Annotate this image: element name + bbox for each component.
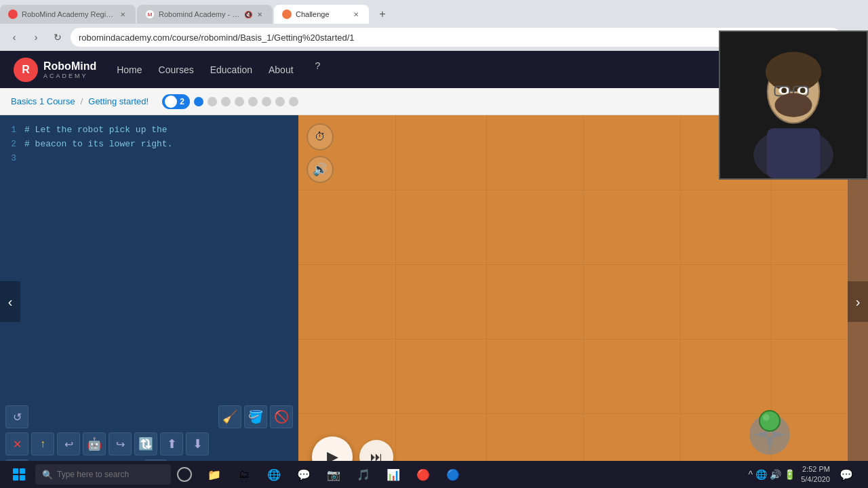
next-lesson-arrow[interactable]: › (848, 281, 868, 322)
undo-button[interactable]: ↺ (5, 405, 28, 428)
breadcrumb-lesson[interactable]: Getting started! (88, 96, 149, 106)
taskbar-app-chat[interactable]: 💬 (290, 461, 317, 488)
timer-control[interactable]: ⏱ (307, 123, 334, 150)
page-content: R RoboMind ACADEMY Home Courses Educatio… (0, 51, 868, 461)
taskbar-time-display: 2:52 PM (801, 464, 830, 474)
grid-v-4 (680, 115, 681, 461)
nav-education[interactable]: Education (210, 60, 252, 79)
svg-point-21 (763, 414, 770, 421)
taskbar-app-files[interactable]: 📁 (201, 461, 228, 488)
logo-text: RoboMind ACADEMY (43, 60, 96, 79)
taskbar-right: ^ 🌐 🔊 🔋 2:52 PM 5/4/2020 💬 (749, 464, 863, 485)
progress-dot-8[interactable] (289, 97, 298, 106)
brush-tool-1[interactable]: 🧹 (218, 405, 241, 428)
line-number-3: 3 (5, 152, 16, 166)
toggle-number: 2 (180, 97, 184, 106)
line-text-1: # Let the robot pick up the (24, 123, 167, 138)
forward-button[interactable]: › (27, 28, 45, 46)
taskbar-app-chrome[interactable]: 🔵 (439, 461, 467, 488)
progress-dot-4[interactable] (235, 97, 244, 106)
reload-button[interactable]: ↻ (49, 28, 66, 46)
svg-point-6 (781, 87, 787, 93)
nav-home[interactable]: Home (117, 60, 142, 79)
robot (739, 397, 800, 461)
taskbar-battery-icon[interactable]: 🔋 (784, 469, 795, 480)
taskbar-app-music[interactable]: 🎵 (350, 461, 377, 488)
tab-gmail[interactable]: M Robomind Academy - danielrec... 🔇 ✕ (137, 5, 273, 24)
progress-dot-7[interactable] (275, 97, 285, 106)
tab-close-3[interactable]: ✕ (351, 9, 361, 19)
code-line-3: 3 (5, 152, 293, 166)
search-icon: 🔍 (42, 470, 53, 480)
taskbar-search[interactable]: 🔍 (35, 464, 171, 485)
code-toolbar: ↺ 🧹 🪣 🚫 ✕ ↑ ↩ 🤖 ↪ 🔃 ⬆ ⬇ + (0, 400, 298, 461)
sound-control[interactable]: 🔊 (307, 156, 334, 183)
move-up-button[interactable]: ↑ (31, 432, 54, 455)
tab-label-3: Challenge (296, 10, 349, 18)
back-button[interactable]: ‹ (5, 28, 23, 46)
no-entry-tool[interactable]: 🚫 (270, 405, 293, 428)
nav-about[interactable]: About (269, 60, 294, 79)
breadcrumb-separator: / (81, 96, 83, 106)
line-number-2: 2 (5, 138, 16, 152)
code-editor[interactable]: 1 # Let the robot pick up the 2 # beacon… (0, 115, 298, 400)
taskbar-clock[interactable]: 2:52 PM 5/4/2020 (801, 464, 830, 485)
code-panel: 1 # Let the robot pick up the 2 # beacon… (0, 115, 298, 461)
taskbar-app-explorer[interactable]: 🗂 (231, 461, 258, 488)
progress-dot-5[interactable] (248, 97, 258, 106)
logo[interactable]: R RoboMind ACADEMY (14, 58, 96, 82)
forward-arrow-button[interactable]: ↪ (108, 432, 132, 455)
code-line-2: 2 # beacon to its lower right. (5, 138, 293, 152)
tab-close-1[interactable]: ✕ (118, 9, 127, 19)
toolbar-row-2: ✕ ↑ ↩ 🤖 ↪ 🔃 ⬆ ⬇ (5, 432, 293, 455)
taskbar-network-icon[interactable]: 🌐 (755, 469, 767, 480)
svg-rect-13 (767, 128, 821, 178)
svg-point-11 (775, 93, 812, 117)
webcam-feed (720, 51, 867, 178)
taskbar-arrow-icon[interactable]: ^ (749, 469, 753, 480)
nav-help-icon[interactable]: ? (315, 60, 321, 79)
nav-right: D (833, 59, 854, 81)
brush-tool-2[interactable]: 🪣 (244, 405, 267, 428)
tab-close-2[interactable]: ✕ (255, 9, 264, 19)
play-button[interactable]: ▶ (312, 436, 353, 461)
taskbar-volume-icon[interactable]: 🔊 (770, 469, 781, 480)
progress-dot-3[interactable] (221, 97, 231, 106)
taskbar-app-edge[interactable]: 🌐 (260, 461, 288, 488)
cortana-icon (177, 467, 192, 482)
progress-dot-2[interactable] (208, 97, 217, 106)
progress-dot-6[interactable] (262, 97, 271, 106)
progress-dots: 2 (162, 94, 298, 109)
progress-dot-1[interactable] (194, 97, 203, 106)
notification-button[interactable]: 💬 (835, 464, 857, 485)
line-text-2: # beacon to its lower right. (24, 138, 172, 152)
site-nav: R RoboMind ACADEMY Home Courses Educatio… (0, 51, 868, 88)
spin-up-button[interactable]: ⬆ (160, 432, 183, 455)
cancel-button[interactable]: ✕ (5, 432, 28, 455)
search-input[interactable] (57, 470, 159, 479)
grid-v-3 (583, 115, 584, 461)
skip-button[interactable]: ⏭ (359, 440, 393, 461)
code-line-1: 1 # Let the robot pick up the (5, 123, 293, 138)
back-arrow-button[interactable]: ↩ (57, 432, 80, 455)
play-controls: ▶ ⏭ (312, 436, 393, 461)
start-button[interactable] (5, 461, 33, 488)
robot-button[interactable]: 🤖 (83, 432, 106, 455)
tab-challenge[interactable]: Challenge ✕ (274, 5, 369, 24)
nav-courses[interactable]: Courses (159, 60, 194, 79)
taskbar-app-photos[interactable]: 📷 (320, 461, 347, 488)
spin-left-button[interactable]: 🔃 (134, 432, 157, 455)
tab-robomind-registration[interactable]: RoboMind Academy Registration ✕ (0, 5, 136, 24)
taskbar-app-red[interactable]: 🔴 (410, 461, 437, 488)
toggle-circle (165, 96, 177, 108)
new-tab-button[interactable]: + (373, 5, 392, 24)
prev-lesson-arrow[interactable]: ‹ (0, 281, 20, 322)
svg-point-7 (800, 87, 806, 93)
progress-toggle[interactable]: 2 (162, 94, 190, 109)
breadcrumb-course[interactable]: Basics 1 Course (11, 96, 75, 106)
cortana-button[interactable] (174, 464, 195, 485)
tab-mute-icon[interactable]: 🔇 (244, 11, 252, 18)
spin-down-button[interactable]: ⬇ (186, 432, 209, 455)
taskbar-app-data[interactable]: 📊 (380, 461, 407, 488)
canvas-controls: ⏱ 🔊 (307, 123, 334, 183)
